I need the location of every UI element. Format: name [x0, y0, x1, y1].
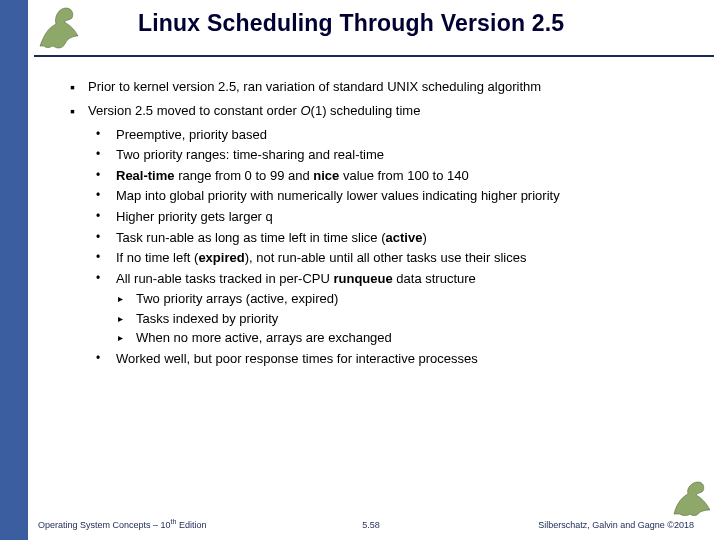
text-italic: O	[300, 103, 310, 118]
slide: Linux Scheduling Through Version 2.5 ▪ P…	[0, 0, 720, 540]
square-bullet-icon: ▪	[70, 102, 88, 121]
bullet-1: ▪ Prior to kernel version 2.5, ran varia…	[70, 78, 700, 97]
text: range from 0 to 99 and	[175, 168, 314, 183]
text: data structure	[393, 271, 476, 286]
text: (1) scheduling time	[311, 103, 421, 118]
text: ), not run-able until all other tasks us…	[245, 250, 527, 265]
sub-text: If no time left (expired), not run-able …	[116, 249, 700, 267]
dot-bullet-icon: •	[96, 126, 116, 144]
left-sidebar	[0, 0, 28, 540]
text-bold: runqueue	[333, 271, 392, 286]
dot-bullet-icon: •	[96, 146, 116, 164]
text-bold: expired	[198, 250, 244, 265]
sub-8: • All run-able tasks tracked in per-CPU …	[96, 270, 700, 288]
text: All run-able tasks tracked in per-CPU	[116, 271, 333, 286]
slide-title: Linux Scheduling Through Version 2.5	[138, 10, 564, 37]
sub-text: Two priority ranges: time-sharing and re…	[116, 146, 700, 164]
sub-4: • Map into global priority with numerica…	[96, 187, 700, 205]
subsub-1: ▸ Two priority arrays (active, expired)	[118, 290, 700, 308]
sub-text: All run-able tasks tracked in per-CPU ru…	[116, 270, 700, 288]
sub-text: Real-time range from 0 to 99 and nice va…	[116, 167, 700, 185]
dot-bullet-icon: •	[96, 270, 116, 288]
footer-page-number: 5.58	[362, 520, 380, 530]
text-bold: Real-time	[116, 168, 175, 183]
title-rule	[34, 55, 714, 57]
subsub-2: ▸ Tasks indexed by priority	[118, 310, 700, 328]
footer-copyright: Silberschatz, Galvin and Gagne ©2018	[538, 520, 694, 530]
sub-3: • Real-time range from 0 to 99 and nice …	[96, 167, 700, 185]
subsub-text: Tasks indexed by priority	[136, 310, 700, 328]
footer-left: Operating System Concepts – 10th Edition	[38, 518, 206, 530]
dot-bullet-icon: •	[96, 229, 116, 247]
sub-text: Higher priority gets larger q	[116, 208, 700, 226]
sub-6: • Task run-able as long as time left in …	[96, 229, 700, 247]
sub-text: Map into global priority with numericall…	[116, 187, 700, 205]
sub-9: • Worked well, but poor response times f…	[96, 350, 700, 368]
dot-bullet-icon: •	[96, 187, 116, 205]
text-bold: nice	[313, 168, 339, 183]
subsub-text: When no more active, arrays are exchange…	[136, 329, 700, 347]
sub-1: • Preemptive, priority based	[96, 126, 700, 144]
text-bold: active	[386, 230, 423, 245]
dinosaur-left-icon	[34, 2, 94, 52]
sub-text: Worked well, but poor response times for…	[116, 350, 700, 368]
sub-7: • If no time left (expired), not run-abl…	[96, 249, 700, 267]
text: Operating System Concepts – 10	[38, 520, 171, 530]
square-bullet-icon: ▪	[70, 78, 88, 97]
bullet-text: Prior to kernel version 2.5, ran variati…	[88, 78, 700, 97]
arrow-bullet-icon: ▸	[118, 292, 136, 310]
text: Task run-able as long as time left in ti…	[116, 230, 386, 245]
text: )	[422, 230, 426, 245]
text: Version 2.5 moved to constant order	[88, 103, 300, 118]
bullet-2: ▪ Version 2.5 moved to constant order O(…	[70, 102, 700, 121]
header: Linux Scheduling Through Version 2.5	[28, 0, 720, 60]
arrow-bullet-icon: ▸	[118, 331, 136, 349]
dot-bullet-icon: •	[96, 208, 116, 226]
dot-bullet-icon: •	[96, 249, 116, 267]
sub-text: Task run-able as long as time left in ti…	[116, 229, 700, 247]
subsub-3: ▸ When no more active, arrays are exchan…	[118, 329, 700, 347]
text: Edition	[176, 520, 206, 530]
sub-5: • Higher priority gets larger q	[96, 208, 700, 226]
subsub-text: Two priority arrays (active, expired)	[136, 290, 700, 308]
text: If no time left (	[116, 250, 198, 265]
dot-bullet-icon: •	[96, 350, 116, 368]
sub-text: Preemptive, priority based	[116, 126, 700, 144]
content-area: ▪ Prior to kernel version 2.5, ran varia…	[70, 78, 700, 370]
text: value from 100 to 140	[339, 168, 468, 183]
footer: Operating System Concepts – 10th Edition…	[28, 512, 714, 534]
sub-2: • Two priority ranges: time-sharing and …	[96, 146, 700, 164]
bullet-text: Version 2.5 moved to constant order O(1)…	[88, 102, 700, 121]
arrow-bullet-icon: ▸	[118, 312, 136, 330]
dot-bullet-icon: •	[96, 167, 116, 185]
